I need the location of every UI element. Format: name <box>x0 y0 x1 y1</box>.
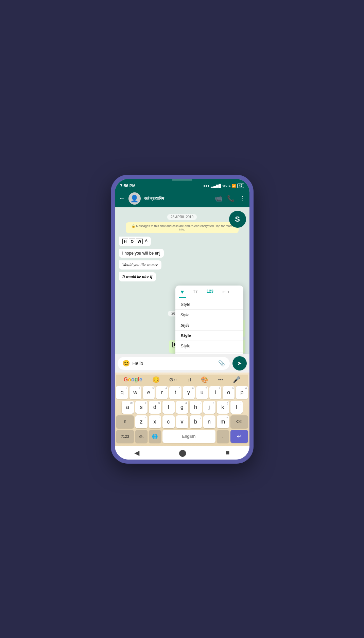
font-style-normal[interactable]: Style <box>175 299 243 310</box>
key-e[interactable]: e3 <box>143 386 155 399</box>
key-u[interactable]: u7 <box>196 386 208 399</box>
nav-back-icon[interactable]: ◀ <box>134 449 139 457</box>
message-input-box: 😊 📎 <box>118 357 230 370</box>
contact-avatar: 👤 <box>128 192 141 205</box>
key-d[interactable]: d$ <box>149 401 161 414</box>
cursor-tool-icon[interactable]: ↕I <box>188 377 191 382</box>
message-2: I hope you will be enj <box>119 249 164 258</box>
boxed-msg-1: H O W A <box>122 239 148 244</box>
screen-notch <box>115 179 249 182</box>
system-message: 🔒 Messages to this chat and calls are en… <box>126 222 239 233</box>
status-icons: ●●● ▂▄▆█ VoLTE 📶 47 <box>203 184 244 188</box>
key-w[interactable]: w2 <box>129 386 141 399</box>
keyboard-emoji-icon[interactable]: 😊 <box>152 376 160 383</box>
space-key[interactable]: English <box>162 430 215 443</box>
google-icon[interactable]: Google <box>124 377 142 383</box>
emoji-button[interactable]: 😊 <box>122 360 130 367</box>
message-1: H O W A <box>119 237 151 246</box>
keyboard-row-2: a@ s# d$ f- g& h- j+ k( l) <box>116 401 248 414</box>
keyboard-more-icon[interactable]: ••• <box>218 377 223 382</box>
translate-icon[interactable]: G↔ <box>169 377 178 382</box>
contact-name[interactable]: अहं ब्रह्मास्मि <box>144 196 211 201</box>
key-v[interactable]: v: <box>176 415 188 428</box>
font-style-popup: ♥ Tт 123 ‹···› Style Style Style <box>175 286 243 354</box>
shift-key[interactable]: ⇧ <box>116 415 134 428</box>
theme-icon[interactable]: 🎨 <box>201 376 208 383</box>
send-icon: ➤ <box>237 360 242 366</box>
font-style-blackletter[interactable]: Style <box>175 320 243 331</box>
keyboard-row-1: q1 w2 e3 r4 t5 y6 u7 i8 o9 p0 <box>116 386 248 399</box>
msg-row-1: H O W A I hope you will be enj Would you… <box>119 235 245 283</box>
send-button[interactable]: ➤ <box>232 356 247 370</box>
font-style-bold[interactable]: Style <box>175 331 243 341</box>
key-k[interactable]: k( <box>217 401 229 414</box>
backspace-key[interactable]: ⌫ <box>230 415 248 428</box>
popup-tab-code[interactable]: ‹···› <box>220 288 231 298</box>
nav-bar: ◀ ⬤ ■ <box>115 446 249 460</box>
popup-tabs: ♥ Tт 123 ‹···› <box>175 286 243 298</box>
enter-key[interactable]: ↵ <box>230 430 248 443</box>
key-n[interactable]: n! <box>203 415 215 428</box>
font-style-italic[interactable]: Style <box>175 310 243 320</box>
key-p[interactable]: p0 <box>236 386 248 399</box>
key-f[interactable]: f- <box>162 401 175 414</box>
phone-frame: 7:56 PM ●●● ▂▄▆█ VoLTE 📶 47 ← 👤 अहं ब्रह… <box>111 175 254 464</box>
key-h[interactable]: h- <box>190 401 202 414</box>
key-o[interactable]: o9 <box>223 386 235 399</box>
keyboard: Google 😊 G↔ ↕I 🎨 ••• 🎤 q1 w2 e3 r4 t5 y6… <box>115 373 249 446</box>
header-actions: 📹 📞 ⋮ <box>215 195 245 202</box>
nav-home-icon[interactable]: ⬤ <box>179 449 186 457</box>
key-s[interactable]: s# <box>135 401 148 414</box>
num-switch-key[interactable]: ?123 <box>116 430 134 443</box>
keyboard-row-3: ⇧ z* x" c' v: b; n! m? ⌫ <box>116 415 248 428</box>
key-j[interactable]: j+ <box>203 401 215 414</box>
popup-bottom-bar: ↩ Aa ⊘ ⚙ <box>175 352 243 354</box>
battery-icon: 47 <box>237 184 244 188</box>
nav-recent-icon[interactable]: ■ <box>226 449 230 456</box>
input-area: 😊 📎 ➤ <box>115 354 249 373</box>
key-x[interactable]: x" <box>149 415 161 428</box>
key-z[interactable]: z* <box>135 415 148 428</box>
key-q[interactable]: q1 <box>116 386 128 399</box>
key-m[interactable]: m? <box>217 415 229 428</box>
key-r[interactable]: r4 <box>156 386 168 399</box>
voice-call-icon[interactable]: 📞 <box>227 195 235 202</box>
key-y[interactable]: y6 <box>183 386 195 399</box>
key-i[interactable]: i8 <box>209 386 221 399</box>
message-4: It would be nice if <box>119 272 156 281</box>
emoji-switch-key[interactable]: ☺, <box>135 430 148 443</box>
more-options-icon[interactable]: ⋮ <box>239 195 245 202</box>
status-bar: 7:56 PM ●●● ▂▄▆█ VoLTE 📶 47 <box>115 182 249 190</box>
keyboard-row-4: ?123 ☺, 🌐 English . ↵ <box>116 430 248 443</box>
font-style-thin[interactable]: Style <box>175 341 243 351</box>
message-input[interactable] <box>133 361 215 366</box>
attach-button[interactable]: 📎 <box>218 360 225 366</box>
message-3: Would you like to mee <box>119 260 162 270</box>
phone-screen: 7:56 PM ●●● ▂▄▆█ VoLTE 📶 47 ← 👤 अहं ब्रह… <box>115 179 249 460</box>
status-time: 7:56 PM <box>120 184 136 188</box>
signal-dots: ●●● <box>203 184 209 188</box>
key-l[interactable]: l) <box>230 401 243 414</box>
key-t[interactable]: t5 <box>169 386 181 399</box>
key-g[interactable]: g& <box>176 401 188 414</box>
keyboard-toolbar: Google 😊 G↔ ↕I 🎨 ••• 🎤 <box>116 375 248 386</box>
date-badge-1: 28 APRIL 2019 <box>119 213 245 220</box>
volte-label: VoLTE <box>222 184 230 187</box>
microphone-icon[interactable]: 🎤 <box>233 376 240 383</box>
chat-body: S 28 APRIL 2019 🔒 Messages to this chat … <box>115 207 249 354</box>
popup-tab-heart[interactable]: ♥ <box>179 288 186 298</box>
video-call-icon[interactable]: 📹 <box>215 195 222 202</box>
popup-tab-text[interactable]: Tт <box>191 288 200 298</box>
back-button[interactable]: ← <box>119 195 125 202</box>
chat-header: ← 👤 अहं ब्रह्मास्मि 📹 📞 ⋮ <box>115 190 249 207</box>
font-styles-list: Style Style Style Style Style <box>175 298 243 352</box>
floating-avatar: S <box>229 211 246 228</box>
period-key[interactable]: . <box>217 430 229 443</box>
key-c[interactable]: c' <box>162 415 175 428</box>
globe-key[interactable]: 🌐 <box>149 430 161 443</box>
key-a[interactable]: a@ <box>122 401 134 414</box>
popup-tab-numbers[interactable]: 123 <box>205 288 215 298</box>
signal-bars: ▂▄▆█ <box>211 184 221 188</box>
key-b[interactable]: b; <box>190 415 202 428</box>
wifi-icon: 📶 <box>232 184 236 188</box>
